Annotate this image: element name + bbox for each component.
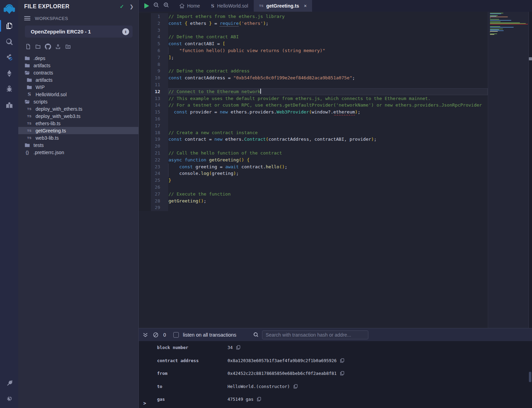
typescript-file-icon: TS [27,128,32,133]
remix-logo-icon[interactable] [0,0,18,18]
tree-item-scripts[interactable]: scripts [18,98,138,105]
minimap[interactable] [490,13,528,36]
code-line-5[interactable]: 5const contractABI = [ [139,40,488,47]
code-line-8[interactable]: 8 [139,61,488,68]
debugger-icon[interactable] [0,81,18,97]
code-line-25[interactable]: 25} [139,177,488,184]
upload-file-icon[interactable] [55,43,61,51]
code-line-18[interactable]: 18// Create a new contract instance [139,129,488,136]
code-line-1[interactable]: 1// Import ethers from the ethers.js lib… [139,13,488,20]
code-line-26[interactable]: 26 [139,184,488,191]
tree-item-helloworld-sol[interactable]: SHelloWorld.sol [18,91,138,98]
zoom-out-icon[interactable] [154,2,159,9]
collapse-terminal-icon[interactable] [143,332,148,338]
zoom-in-icon[interactable] [164,2,169,9]
code-line-13[interactable]: 13// This example uses the default provi… [139,95,488,102]
detail-key: from [157,371,228,376]
code-line-14[interactable]: 14// For a testnet or custom RPC, use et… [139,102,488,109]
line-number: 1 [139,13,168,20]
code-line-15[interactable]: 15 const provider = new ethers.providers… [139,109,488,116]
tree-item-wip[interactable]: WIP [18,83,138,91]
plugin-manager-plug-icon[interactable] [0,376,18,391]
code-line-17[interactable]: 17 [139,122,488,129]
new-folder-icon[interactable] [35,43,41,51]
code-line-10[interactable]: 10const contractAddress = "0xb54febb5c0c… [139,74,488,81]
workspace-select[interactable]: OpenZeppelin ERC20 - 1 ▲▼ [25,26,133,38]
code-line-19[interactable]: 19const contract = new ethers.Contract(c… [139,136,488,143]
line-text: // Create a new contract instance [168,129,488,136]
copy-icon[interactable] [340,371,344,376]
code-line-16[interactable]: 16 [139,116,488,122]
line-number: 29 [139,204,168,211]
tree-item-web3-lib-ts[interactable]: TSweb3-lib.ts [18,134,138,141]
load-folder-icon[interactable] [65,43,71,51]
deploy-run-icon[interactable] [0,66,18,81]
iconbar-bottom [0,376,18,407]
tab-getgreeting-ts[interactable]: TSgetGreeting.ts× [254,0,312,12]
tree-item--deps[interactable]: .deps [18,54,138,62]
listen-transactions-checkbox[interactable] [173,332,179,338]
line-text: // Import ethers from the ethers.js libr… [168,13,488,20]
tree-item-contracts[interactable]: contracts [18,69,138,76]
line-text: // Connect to the Ethereum network [168,88,488,95]
terminal-prompt[interactable]: > [143,400,146,406]
clear-console-icon[interactable] [153,332,158,338]
copy-icon[interactable] [293,384,298,389]
listen-transactions-label: listen on all transactions [183,332,236,338]
code-line-4[interactable]: 4// Define the contract ABI [139,33,488,40]
workspaces-menu-icon[interactable] [24,15,30,21]
line-text: // For a testnet or custom RPC, use ethe… [168,102,488,109]
terminal-header: 0 listen on all transactions [139,328,532,341]
github-icon[interactable] [45,43,51,51]
code-line-2[interactable]: 2const { ethers } = require('ethers'); [139,20,488,27]
code-line-6[interactable]: 6 "function hello() public view returns … [139,47,488,54]
new-file-icon[interactable] [25,43,31,51]
editor-scrollbar-thumb[interactable] [529,57,532,60]
file-toolbar [18,38,138,54]
code-line-7[interactable]: 7]; [139,54,488,61]
line-text: } [168,177,488,184]
tree-item-getgreeting-ts[interactable]: TSgetGreeting.ts [18,127,138,134]
copy-icon[interactable] [257,397,261,401]
code-line-29[interactable]: 29 [139,204,488,211]
tree-item-deploy-with-web3-ts[interactable]: TSdeploy_with_web3.ts [18,112,138,120]
close-tab-icon[interactable]: × [304,3,307,9]
code-line-11[interactable]: 11 [139,81,488,88]
code-editor[interactable]: 1// Import ethers from the ethers.js lib… [139,12,532,328]
run-script-play-icon[interactable] [144,3,149,9]
line-number: 6 [139,47,168,54]
tree-item-artifacts[interactable]: artifacts [18,76,138,83]
code-line-22[interactable]: 22async function getGreeting() { [139,157,488,163]
copy-icon[interactable] [236,345,240,350]
settings-gear-icon[interactable] [0,391,18,407]
solidity-compiler-icon[interactable] [0,50,18,66]
solidity-learneth-book-icon[interactable] [0,97,18,113]
code-line-9[interactable]: 9// Define the contract address [139,68,488,74]
code-line-27[interactable]: 27// Execute the function [139,191,488,198]
line-number: 24 [139,170,168,177]
line-number: 22 [139,157,168,163]
terminal-scrollbar-thumb[interactable] [529,372,531,382]
workspace-select-badge-icon[interactable]: ▲▼ [122,28,129,35]
tree-item-artifacts[interactable]: artifacts [18,62,138,69]
copy-icon[interactable] [340,358,344,363]
chevron-right-icon[interactable]: ❯ [129,4,134,9]
tab-helloworld-sol[interactable]: SHelloWorld.sol [205,0,253,12]
line-text: const provider = new ethers.providers.We… [168,109,488,116]
tree-item--prettierrc-json[interactable]: {}.prettierrc.json [18,149,138,156]
code-line-24[interactable]: 24 console.log(greeting); [139,170,488,177]
file-explorer-icon[interactable] [0,18,18,34]
tree-item-tests[interactable]: tests [18,141,138,149]
code-line-20[interactable]: 20 [139,143,488,150]
code-line-21[interactable]: 21// Call the hello function of the cont… [139,150,488,157]
tab-home[interactable]: Home [174,0,205,12]
code-line-28[interactable]: 28getGreeting(); [139,198,488,205]
code-line-12[interactable]: 12// Connect to the Ethereum network [139,88,488,95]
code-line-3[interactable]: 3 [139,27,488,34]
search-icon[interactable] [0,34,18,50]
code-line-23[interactable]: 23 const greeting = await contract.hello… [139,163,488,170]
tree-item-deploy-with-ethers-ts[interactable]: TSdeploy_with_ethers.ts [18,105,138,112]
transaction-search-input[interactable] [262,330,368,339]
tree-item-ethers-lib-ts[interactable]: TSethers-lib.ts [18,120,138,127]
tree-item-label: artifacts [33,63,50,68]
